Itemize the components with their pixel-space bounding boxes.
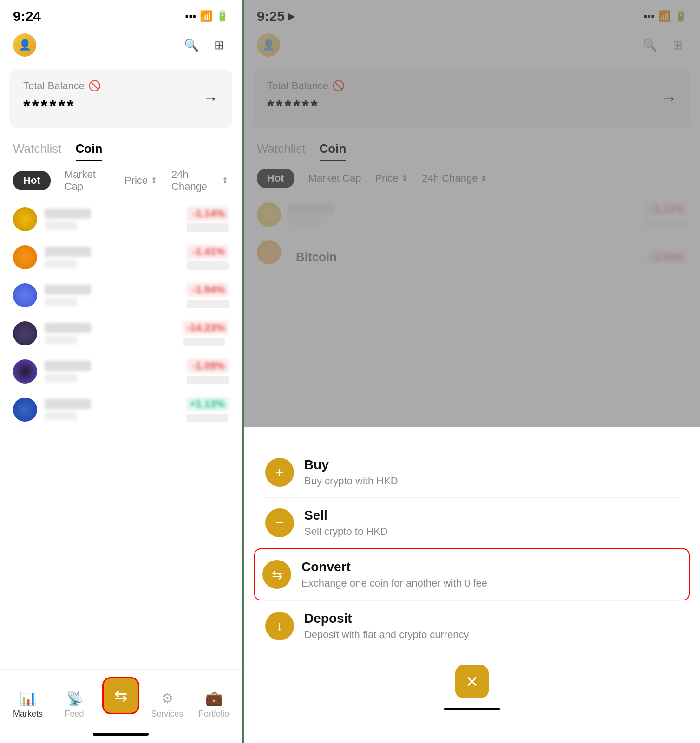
filter-marketcap-left[interactable]: Market Cap xyxy=(65,169,111,193)
coin-name xyxy=(45,209,91,219)
status-icons-left: ▪▪▪ 📶 🔋 xyxy=(185,10,229,22)
convert-icon: ⇆ xyxy=(262,560,291,589)
hide-balance-icon[interactable]: 🚫 xyxy=(88,80,101,92)
coin-icon-bnb xyxy=(13,207,37,231)
buy-title: Buy xyxy=(304,457,679,472)
coin-icon-ada xyxy=(13,398,37,422)
sheet-item-text-deposit: Deposit Deposit with fiat and crypto cur… xyxy=(304,611,679,641)
coin-icon-sol xyxy=(13,359,37,384)
coin-info xyxy=(45,361,179,382)
change-val xyxy=(187,376,229,384)
sheet-item-text-buy: Buy Buy crypto with HKD xyxy=(304,457,679,487)
balance-label-left: Total Balance 🚫 xyxy=(23,80,101,92)
nav-markets[interactable]: 📊 Markets xyxy=(9,690,46,719)
sheet-item-text-sell: Sell Sell crypto to HKD xyxy=(304,508,679,538)
filter-change-left[interactable]: 24h Change ⇕ xyxy=(171,169,229,193)
change-pct: -1.14% xyxy=(187,207,229,221)
filter-price-left[interactable]: Price ⇕ xyxy=(124,175,157,187)
overlay-bg xyxy=(244,0,700,427)
balance-value-left: ****** xyxy=(23,97,101,117)
wifi-icon: 📶 xyxy=(200,10,212,22)
sheet-item-convert[interactable]: ⇆ Convert Exchange one coin for another … xyxy=(254,548,690,600)
right-panel: 9:25 ▶ ▪▪▪ 📶 🔋 👤 🔍 ⊞ xyxy=(242,0,700,743)
time-left: 9:24 xyxy=(13,8,41,24)
coin-change: +1.13% xyxy=(186,397,229,422)
change-pct: -1.41% xyxy=(187,245,229,259)
convert-subtitle: Exchange one coin for another with 0 fee xyxy=(301,577,681,589)
sheet-item-buy[interactable]: + Buy Buy crypto with HKD xyxy=(258,447,686,497)
coin-info xyxy=(45,323,176,344)
change-val xyxy=(186,414,228,422)
tab-watchlist-left[interactable]: Watchlist xyxy=(13,142,62,161)
coin-info xyxy=(45,209,179,230)
avatar[interactable]: 👤 xyxy=(13,33,36,57)
filter-row-left: Hot Market Cap Price ⇕ 24h Change ⇕ xyxy=(0,161,242,200)
change-val xyxy=(187,300,229,308)
coin-sub xyxy=(45,298,77,306)
list-item[interactable]: -14.23% xyxy=(5,314,237,352)
nav-services[interactable]: ⚙ Services xyxy=(149,690,186,719)
deposit-icon: ↓ xyxy=(265,612,294,640)
coin-change: -1.14% xyxy=(187,207,229,232)
services-icon: ⚙ xyxy=(161,690,174,706)
coin-sub xyxy=(45,412,77,420)
list-item[interactable]: -1.41% xyxy=(5,238,237,276)
sheet-item-text-convert: Convert Exchange one coin for another wi… xyxy=(301,560,681,589)
filter-hot-left[interactable]: Hot xyxy=(13,171,51,190)
coin-change: -1.94% xyxy=(187,283,229,308)
convert-title: Convert xyxy=(301,560,681,574)
change-pct: +1.13% xyxy=(186,397,229,411)
list-item[interactable]: +1.13% xyxy=(5,391,237,429)
signal-icon: ▪▪▪ xyxy=(185,10,196,22)
coin-name xyxy=(45,399,91,409)
price-sort-icon: ⇕ xyxy=(150,176,157,186)
balance-card-left: Total Balance 🚫 ****** → xyxy=(9,69,232,128)
tab-coin-left[interactable]: Coin xyxy=(76,142,103,161)
balance-info: Total Balance 🚫 ****** xyxy=(23,80,101,117)
convert-button[interactable]: ⇆ xyxy=(102,677,139,714)
coin-info xyxy=(45,399,179,420)
coin-info xyxy=(45,285,179,306)
top-bar-left: 👤 🔍 ⊞ xyxy=(0,29,242,64)
change-pct: -1.09% xyxy=(187,359,229,373)
coin-sub xyxy=(45,336,77,344)
left-panel: 9:24 ▪▪▪ 📶 🔋 👤 🔍 ⊞ Total Balance 🚫 *****… xyxy=(0,0,242,743)
sheet-close-area: ✕ xyxy=(258,665,686,698)
coin-name xyxy=(45,285,91,295)
coin-icon-prv xyxy=(13,321,37,345)
search-button[interactable]: 🔍 xyxy=(182,36,201,54)
sheet-item-sell[interactable]: − Sell Sell crypto to HKD xyxy=(258,498,686,548)
sheet-item-deposit[interactable]: ↓ Deposit Deposit with fiat and crypto c… xyxy=(258,601,686,651)
coin-change: -14.23% xyxy=(183,321,229,346)
change-val xyxy=(183,338,225,346)
close-sheet-button[interactable]: ✕ xyxy=(455,665,489,698)
expand-button[interactable]: ⊞ xyxy=(210,36,229,54)
markets-icon: 📊 xyxy=(20,690,37,706)
coin-name xyxy=(45,247,91,257)
balance-arrow-left[interactable]: → xyxy=(203,89,218,107)
list-item[interactable]: -1.14% xyxy=(5,200,237,238)
list-item[interactable]: -1.94% xyxy=(5,276,237,314)
feed-icon: 📡 xyxy=(66,690,83,706)
battery-icon: 🔋 xyxy=(216,10,229,22)
coin-icon-eth xyxy=(13,283,37,307)
nav-feed[interactable]: 📡 Feed xyxy=(56,690,93,719)
coin-name xyxy=(45,323,91,333)
list-item[interactable]: -1.09% xyxy=(5,352,237,391)
status-bar-left: 9:24 ▪▪▪ 📶 🔋 xyxy=(0,0,242,29)
nav-portfolio[interactable]: 💼 Portfolio xyxy=(195,690,232,719)
change-sort-icon: ⇕ xyxy=(222,176,229,186)
tabs-left: Watchlist Coin xyxy=(0,132,242,161)
sell-subtitle: Sell crypto to HKD xyxy=(304,526,679,538)
sell-icon: − xyxy=(265,508,294,537)
sell-title: Sell xyxy=(304,508,679,523)
top-bar-actions: 🔍 ⊞ xyxy=(182,36,229,54)
deposit-title: Deposit xyxy=(304,611,679,626)
portfolio-icon: 💼 xyxy=(205,690,222,706)
bottom-sheet: + Buy Buy crypto with HKD − Sell Sell cr… xyxy=(244,433,700,743)
change-val xyxy=(187,261,229,270)
coin-list-left: -1.14% -1.41% -1.94% xyxy=(0,200,242,669)
right-panel-bg: 9:25 ▶ ▪▪▪ 📶 🔋 👤 🔍 ⊞ xyxy=(244,0,700,743)
coin-sub xyxy=(45,374,77,382)
coin-change: -1.09% xyxy=(187,359,229,384)
